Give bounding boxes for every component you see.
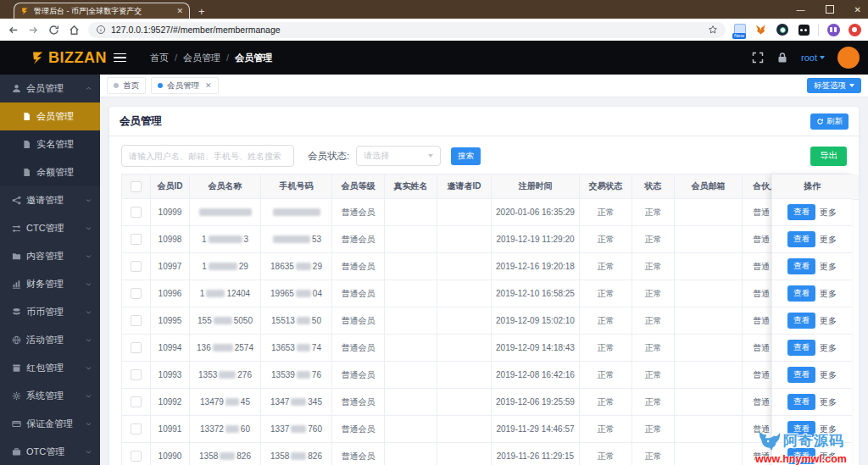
sidebar-item[interactable]: 会员管理 bbox=[0, 75, 100, 102]
fullscreen-icon[interactable] bbox=[752, 52, 764, 64]
new-tab-button[interactable]: + bbox=[198, 6, 205, 17]
breadcrumb-member[interactable]: 会员管理 bbox=[183, 52, 220, 64]
view-button[interactable]: 查看 bbox=[787, 258, 815, 274]
browser-tab[interactable]: 管理后台 - 币严|全球数字资产交 ✕ bbox=[14, 3, 190, 19]
member-id-cell: 10993 bbox=[151, 362, 190, 389]
sidebar-subitem[interactable]: 实名管理 bbox=[0, 130, 100, 158]
email-cell bbox=[675, 443, 743, 465]
tag-options-button[interactable]: 标签选项 bbox=[807, 78, 861, 93]
sidebar-item[interactable]: CTC管理 bbox=[0, 214, 100, 242]
view-button[interactable]: 查看 bbox=[787, 340, 815, 356]
home-icon[interactable] bbox=[68, 24, 81, 36]
member-manage-card: 会员管理 刷新 会员状态: 请选择 搜索 bbox=[108, 106, 860, 465]
minimize-button[interactable]: — bbox=[797, 5, 805, 14]
sidebar-item[interactable]: 邀请管理 bbox=[0, 186, 100, 214]
view-button[interactable]: 查看 bbox=[787, 285, 815, 302]
window-close-button[interactable]: ✕ bbox=[854, 5, 861, 14]
extension-new-icon[interactable]: New bbox=[733, 23, 747, 36]
refresh-button[interactable]: 刷新 bbox=[810, 113, 849, 130]
lock-icon[interactable] bbox=[776, 52, 788, 64]
breadcrumb-home[interactable]: 首页 bbox=[150, 52, 169, 64]
row-checkbox[interactable] bbox=[131, 451, 142, 462]
phone-cell: 1863529 bbox=[261, 253, 332, 280]
sidebar-item[interactable]: 系统管理 bbox=[0, 382, 100, 410]
sidebar-item[interactable]: 红包管理 bbox=[0, 354, 100, 382]
more-link[interactable]: 更多 bbox=[820, 451, 837, 462]
select-all-checkbox[interactable] bbox=[131, 181, 142, 192]
row-checkbox[interactable] bbox=[131, 234, 142, 245]
more-link[interactable]: 更多 bbox=[820, 423, 837, 435]
extension-circle-icon[interactable] bbox=[776, 23, 789, 36]
chevron-up-icon bbox=[85, 85, 92, 92]
sidebar-subitem[interactable]: 会员管理 bbox=[0, 102, 100, 130]
card-icon bbox=[12, 419, 21, 429]
view-button[interactable]: 查看 bbox=[787, 394, 815, 410]
view-button[interactable]: 查看 bbox=[787, 231, 815, 247]
sidebar-item[interactable]: 财务管理 bbox=[0, 270, 100, 298]
profile-purple-icon[interactable] bbox=[826, 23, 840, 36]
row-checkbox[interactable] bbox=[131, 396, 142, 407]
row-checkbox[interactable] bbox=[131, 342, 142, 353]
sidebar-item[interactable]: OTC管理 bbox=[0, 438, 100, 465]
more-link[interactable]: 更多 bbox=[820, 207, 837, 219]
maximize-button[interactable] bbox=[826, 5, 834, 14]
phone-cell bbox=[261, 199, 332, 226]
row-checkbox[interactable] bbox=[131, 423, 142, 435]
tag-item[interactable]: 会员管理✕ bbox=[151, 77, 219, 94]
url-bar[interactable]: 127.0.0.1:9527/#/member/membermanage bbox=[88, 22, 726, 38]
reload-icon[interactable] bbox=[47, 24, 60, 36]
more-link[interactable]: 更多 bbox=[820, 342, 837, 354]
profile-red-icon[interactable] bbox=[848, 23, 861, 36]
view-button[interactable]: 查看 bbox=[787, 421, 815, 437]
row-checkbox[interactable] bbox=[131, 261, 142, 272]
more-link[interactable]: 更多 bbox=[820, 369, 837, 381]
sidebar: 会员管理会员管理实名管理余额管理邀请管理CTC管理内容管理财务管理币币管理活动管… bbox=[0, 75, 100, 465]
tab-close-icon[interactable]: ✕ bbox=[176, 8, 183, 15]
forward-icon[interactable] bbox=[27, 24, 40, 36]
more-link[interactable]: 更多 bbox=[820, 261, 837, 273]
phone-cell: 1347345 bbox=[261, 389, 332, 416]
more-link[interactable]: 更多 bbox=[820, 396, 837, 408]
phone-cell: 1996504 bbox=[261, 280, 332, 307]
extension-dark-icon[interactable] bbox=[797, 23, 810, 36]
sidebar-item[interactable]: 内容管理 bbox=[0, 242, 100, 270]
phone-cell: 1365374 bbox=[261, 335, 332, 362]
tags-list: 首页会员管理✕ bbox=[107, 77, 219, 94]
view-button[interactable]: 查看 bbox=[787, 367, 815, 383]
page-info-icon[interactable] bbox=[96, 25, 106, 35]
sidebar-subitem[interactable]: 余额管理 bbox=[0, 158, 100, 186]
row-checkbox[interactable] bbox=[131, 288, 142, 299]
export-button[interactable]: 导出 bbox=[810, 147, 847, 166]
status-select[interactable]: 请选择 bbox=[356, 146, 441, 166]
email-cell bbox=[675, 307, 743, 335]
menu-toggle-icon[interactable] bbox=[114, 53, 126, 63]
tag-close-icon[interactable]: ✕ bbox=[205, 81, 212, 90]
user-dropdown[interactable]: root bbox=[801, 53, 825, 63]
view-button[interactable]: 查看 bbox=[787, 204, 815, 220]
search-button[interactable]: 搜索 bbox=[451, 147, 481, 165]
chevron-down-icon bbox=[85, 448, 92, 456]
sidebar-item[interactable]: 保证金管理 bbox=[0, 410, 100, 438]
bookmark-star-icon[interactable] bbox=[708, 25, 718, 35]
more-link[interactable]: 更多 bbox=[820, 315, 837, 327]
avatar[interactable] bbox=[837, 47, 860, 69]
row-checkbox[interactable] bbox=[131, 369, 142, 380]
search-input[interactable] bbox=[121, 145, 294, 167]
tag-dot bbox=[158, 83, 163, 88]
more-link[interactable]: 更多 bbox=[820, 234, 837, 246]
metamask-icon[interactable] bbox=[754, 23, 768, 36]
back-icon[interactable] bbox=[7, 24, 19, 36]
sidebar-item[interactable]: 活动管理 bbox=[0, 326, 100, 354]
tag-item[interactable]: 首页 bbox=[107, 77, 146, 94]
sidebar-item[interactable]: 币币管理 bbox=[0, 298, 100, 326]
real-name-cell bbox=[385, 362, 437, 389]
view-button[interactable]: 查看 bbox=[787, 448, 815, 464]
more-link[interactable]: 更多 bbox=[820, 288, 837, 300]
inviter-id-cell bbox=[437, 362, 492, 389]
file-icon bbox=[22, 140, 31, 149]
bizzan-logo-icon bbox=[31, 50, 47, 66]
row-checkbox[interactable] bbox=[131, 315, 142, 326]
view-button[interactable]: 查看 bbox=[787, 313, 815, 329]
email-cell bbox=[675, 253, 743, 280]
row-checkbox[interactable] bbox=[131, 207, 142, 218]
